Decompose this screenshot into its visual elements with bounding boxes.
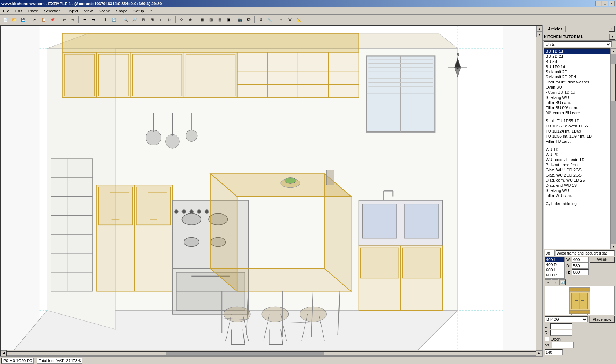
view3-button[interactable]: ▤: [216, 16, 224, 24]
open-checkbox[interactable]: [544, 337, 549, 341]
list-item-shelvingwu2[interactable]: Shelving WU: [544, 188, 610, 193]
menu-shape[interactable]: Shape: [114, 8, 129, 14]
material-number-input[interactable]: [544, 250, 555, 256]
list-item-glazwu2gd[interactable]: Glaz. WU 2GD 2GS: [544, 172, 610, 178]
menu-view[interactable]: View: [82, 8, 94, 14]
icon-btn-2[interactable]: ↕: [552, 279, 558, 285]
list-item-glazwu1gd[interactable]: Glaz. WU 1GD 2GS: [544, 167, 610, 172]
menu-setup[interactable]: Setup: [132, 8, 146, 14]
height-input[interactable]: [572, 269, 588, 275]
menu-help[interactable]: ?: [148, 8, 154, 14]
list-item-90cornerbucarc[interactable]: 90° corner BU carc.: [544, 110, 610, 115]
width-input[interactable]: [572, 257, 588, 263]
maximize-button[interactable]: □: [602, 1, 608, 6]
list-item-cornbu[interactable]: ▪Corn BU 1D 1d: [544, 90, 610, 95]
panel-close-button[interactable]: ×: [609, 26, 615, 32]
copy-button[interactable]: 📋: [40, 16, 48, 24]
l-input[interactable]: [550, 323, 572, 329]
list-item-fillertucatc[interactable]: Filler TU carc.: [544, 139, 610, 144]
icon-btn-1[interactable]: ↔: [544, 279, 551, 285]
list-item-tu1d55int[interactable]: TU 1D55 int. 1D97 int. 1D: [544, 134, 610, 139]
list-scroll-down-button[interactable]: ▼: [610, 244, 616, 249]
hscroll-right-button[interactable]: ▶: [536, 350, 542, 356]
info-button[interactable]: ℹ: [101, 16, 109, 24]
list-scroll-thumb[interactable]: [611, 64, 616, 101]
items-list[interactable]: BU 1D 1d BU 2D 2d BU 5d BU 1P0 1d Sink u…: [544, 48, 610, 249]
list-item-shelvingwu[interactable]: Shelving WU: [544, 95, 610, 100]
view2-button[interactable]: ▥: [207, 16, 215, 24]
viewport-hscroll[interactable]: ◀ ▶: [1, 350, 542, 356]
nav2-button[interactable]: ➡: [89, 16, 98, 24]
list-item-bu5d[interactable]: BU 5d: [544, 59, 610, 64]
depth-input[interactable]: [572, 263, 588, 269]
list-item-bu1d1d[interactable]: BU 1D 1d: [544, 49, 610, 54]
minimize-button[interactable]: _: [595, 1, 601, 6]
zoom-prev-button[interactable]: ◁: [157, 16, 165, 24]
menu-edit[interactable]: Edit: [14, 8, 24, 14]
hscroll-left-button[interactable]: ◀: [1, 350, 7, 356]
zoom-out-button[interactable]: 🔎: [131, 16, 139, 24]
list-item-bu2d2d[interactable]: BU 2D 2d: [544, 54, 610, 59]
list-item-shalt[interactable]: Shalt. TU 1D55 1D: [544, 118, 610, 123]
size-400r[interactable]: 400 R: [545, 262, 564, 267]
width-button[interactable]: Width: [590, 257, 615, 263]
rotate-button[interactable]: 🔄: [110, 16, 118, 24]
size-list[interactable]: 400 L 400 R 600 L 600 R: [544, 257, 565, 279]
list-scrollbar[interactable]: ▲ ▼: [610, 48, 616, 249]
settings2-button[interactable]: 🔧: [265, 16, 274, 24]
icon-btn-3[interactable]: 🔄: [559, 279, 566, 285]
render-button[interactable]: 🖼: [245, 16, 253, 24]
zoom-next-button[interactable]: ▷: [166, 16, 174, 24]
list-item-diagcomwu[interactable]: Diag. com. WU 1D 2S: [544, 178, 610, 183]
list-item-tu1d124[interactable]: TU 1D124 int. 1D69: [544, 129, 610, 134]
list-item-wu2d[interactable]: WU 2D: [544, 152, 610, 157]
list-item-diagendwu[interactable]: Diag. end WU 1S: [544, 183, 610, 188]
menu-file[interactable]: File: [1, 8, 11, 14]
redo-button[interactable]: ↪: [69, 16, 77, 24]
list-item-doorint[interactable]: Door for int. dish washer: [544, 79, 610, 85]
material-description-input[interactable]: [556, 250, 615, 256]
label1-button[interactable]: W: [286, 16, 294, 24]
kitchen-dropdown-button[interactable]: ▼: [609, 34, 615, 40]
list-item-fillerwucarc[interactable]: Filler WU carc.: [544, 193, 610, 198]
zoom-in-button[interactable]: 🔍: [122, 16, 130, 24]
screenshot-button[interactable]: 📷: [236, 16, 244, 24]
vscroll-up-button[interactable]: ▲: [536, 26, 542, 31]
list-scroll-up-button[interactable]: ▲: [610, 48, 616, 54]
label2-button[interactable]: 📐: [295, 16, 303, 24]
list-item-tu1d551d[interactable]: TU 1D55 1d oven 1D55: [544, 123, 610, 129]
place-select[interactable]: BT40G: [544, 316, 588, 322]
on-input[interactable]: [552, 342, 574, 348]
new-button[interactable]: 📄: [1, 16, 10, 24]
snap1-button[interactable]: ⊹: [177, 16, 186, 24]
snap2-button[interactable]: ⊕: [186, 16, 194, 24]
size-600l[interactable]: 600 L: [545, 267, 564, 272]
view4-button[interactable]: ▣: [224, 16, 232, 24]
zoom-all-button[interactable]: ⊞: [148, 16, 156, 24]
save-button[interactable]: 💾: [19, 16, 27, 24]
view1-button[interactable]: ▦: [198, 16, 206, 24]
menu-place[interactable]: Place: [27, 8, 40, 14]
menu-scene[interactable]: Scene: [97, 8, 111, 14]
list-item-ovenbu[interactable]: Oven BU: [544, 85, 610, 90]
viewport-vscroll[interactable]: ▲ ▼: [536, 26, 542, 350]
articles-tab[interactable]: Articles: [544, 26, 566, 32]
vscroll-down-button[interactable]: ▼: [536, 31, 542, 37]
list-item-fillerbu90[interactable]: Filler BU 90° carc.: [544, 105, 610, 110]
undo-button[interactable]: ↩: [60, 16, 68, 24]
window-controls[interactable]: _ □ ×: [595, 1, 615, 6]
size-600r[interactable]: 600 R: [545, 272, 564, 278]
list-item-sink2d[interactable]: Sink unit 2D: [544, 69, 610, 74]
units-select[interactable]: Units: [544, 41, 612, 47]
list-item-pullout[interactable]: Pull-out hood front: [544, 162, 610, 167]
close-button[interactable]: ×: [609, 1, 615, 6]
list-item-sink2d2d[interactable]: Sink unit 2D 2Dd: [544, 74, 610, 79]
settings1-button[interactable]: ⚙: [257, 16, 265, 24]
paste-button[interactable]: 📌: [48, 16, 56, 24]
open-button[interactable]: 📂: [10, 16, 18, 24]
r-input[interactable]: [550, 330, 572, 336]
zoom-fit-button[interactable]: ⊡: [139, 16, 147, 24]
menu-selection[interactable]: Selection: [43, 8, 62, 14]
size-400l[interactable]: 400 L: [545, 257, 564, 262]
place-now-button[interactable]: Place now: [589, 316, 615, 323]
